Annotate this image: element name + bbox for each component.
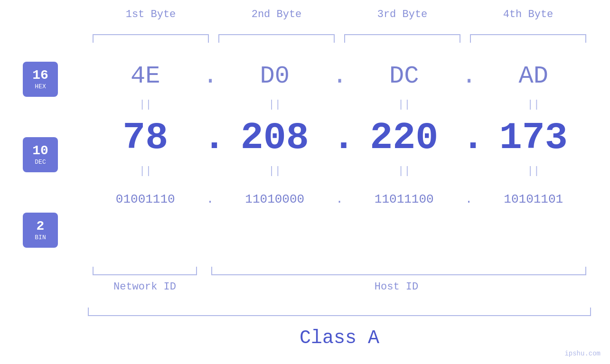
dec-b4: 173 [476,116,591,159]
hex-badge-label: HEX [35,83,46,90]
bin-dot-3: . [462,192,476,206]
col-header-byte4: 4th Byte [465,9,591,20]
col-header-byte1: 1st Byte [88,9,214,20]
dec-b3: 220 [347,116,462,159]
bin-b1: 01001110 [88,192,203,206]
bin-badge-label: BIN [35,234,46,241]
bracket-top-3 [344,34,460,43]
equals-1-b1: || [88,99,203,111]
hex-dot-3: . [462,62,476,90]
id-labels: Network ID Host ID [88,281,591,293]
host-id-label: Host ID [202,281,591,293]
equals-1-b3: || [347,99,462,111]
equals-2-b1: || [88,165,203,177]
dec-row: 78 . 208 . 220 . 173 [88,114,591,161]
dec-badge: 10 DEC [23,137,58,172]
bracket-host [211,267,586,275]
network-id-label: Network ID [88,281,202,293]
hex-row: 4E . D0 . DC . AD [88,57,591,95]
main-container: 16 HEX 10 DEC 2 BIN 1st Byte 2nd Byte 3r… [0,0,610,364]
top-brackets [88,34,591,43]
bracket-top-1 [93,34,209,43]
class-bracket-line [88,308,591,316]
bracket-top-4 [470,34,586,43]
dec-dot-1: . [203,116,217,159]
bracket-network [93,267,197,275]
dec-b2: 208 [217,116,333,159]
hex-badge-num: 16 [32,68,48,83]
hex-b2: D0 [217,62,333,90]
bin-row: 01001110 . 11010000 . 11011100 . 1010110… [88,180,591,218]
hex-b1: 4E [88,62,203,90]
bin-b3: 11011100 [347,192,462,206]
hex-dot-2: . [332,62,347,90]
data-rows: 4E . D0 . DC . AD || || || || 78 . 208 .… [88,57,591,218]
dec-dot-3: . [462,116,476,159]
equals-2-b4: || [476,165,591,177]
hex-b3: DC [347,62,462,90]
hex-dot-1: . [203,62,217,90]
dec-badge-num: 10 [32,144,48,159]
class-bracket-container [88,308,591,316]
equals-1-b4: || [476,99,591,111]
bin-badge-num: 2 [37,219,45,234]
dec-b1: 78 [88,116,203,159]
column-headers: 1st Byte 2nd Byte 3rd Byte 4th Byte [88,9,591,20]
bin-badge: 2 BIN [23,213,58,248]
equals-1-b2: || [217,99,333,111]
row-labels: 16 HEX 10 DEC 2 BIN [23,62,58,288]
bin-dot-2: . [332,192,347,206]
equals-row-2: || || || || [88,161,591,180]
dec-badge-label: DEC [35,159,46,166]
equals-2-b2: || [217,165,333,177]
hex-b4: AD [476,62,591,90]
dec-dot-2: . [332,116,347,159]
col-header-byte2: 2nd Byte [214,9,339,20]
watermark: ipshu.com [564,350,601,357]
bin-dot-1: . [203,192,217,206]
col-header-byte3: 3rd Byte [339,9,465,20]
hex-badge: 16 HEX [23,62,58,97]
equals-row-1: || || || || [88,95,591,114]
class-a-label: Class A [88,327,591,349]
bracket-top-2 [218,34,335,43]
bottom-brackets [88,267,591,275]
equals-2-b3: || [347,165,462,177]
bin-b2: 11010000 [217,192,333,206]
bin-b4: 10101101 [476,192,591,206]
